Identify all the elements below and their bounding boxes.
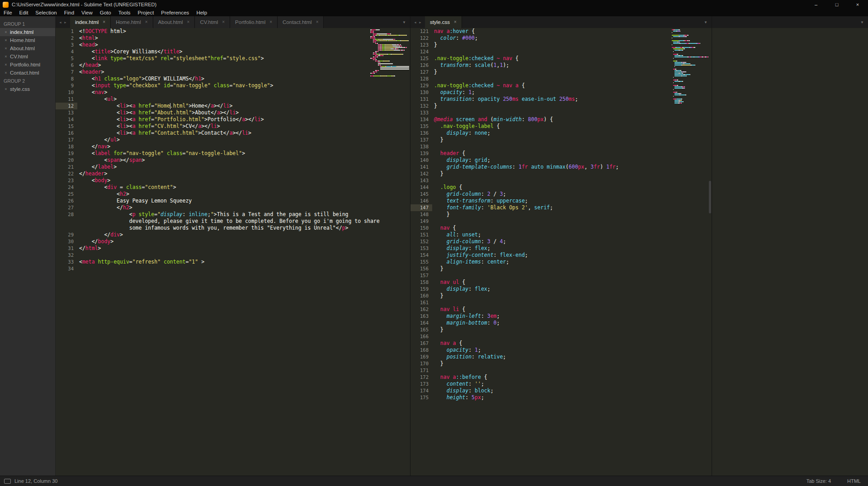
code-line[interactable]: 158 nav ul {: [410, 279, 712, 286]
close-file-icon[interactable]: ×: [4, 46, 8, 51]
menu-item-file[interactable]: File: [0, 9, 16, 16]
tab-close-icon[interactable]: ×: [269, 20, 272, 24]
code-line[interactable]: 155 align-items: center;: [410, 259, 712, 265]
editor-2[interactable]: 121nav a:hover {122 color: #000;123}1241…: [410, 28, 712, 476]
tab-overflow-button[interactable]: ▼: [700, 16, 712, 28]
sidebar-item-index.html[interactable]: ×index.html: [0, 28, 55, 36]
code-line[interactable]: 137 }: [410, 137, 712, 143]
code-line[interactable]: 10 <nav>: [56, 89, 410, 96]
code-line[interactable]: 121nav a:hover {: [410, 28, 712, 35]
menu-item-view[interactable]: View: [78, 9, 96, 16]
menu-item-find[interactable]: Find: [61, 9, 78, 16]
code-line[interactable]: 141 grid-template-columns: 1fr auto minm…: [410, 164, 712, 170]
sidebar-item-Portfolio.html[interactable]: ×Portfolio.html: [0, 61, 55, 69]
code-line[interactable]: 172 nav a::before {: [410, 374, 712, 381]
code-line[interactable]: 122 color: #000;: [410, 35, 712, 42]
tab-prev-button[interactable]: ◄: [414, 21, 417, 24]
code-line[interactable]: 175 height: 5px;: [410, 394, 712, 401]
tab-style.css[interactable]: style.css×: [425, 16, 462, 28]
code-line[interactable]: 12 <li><a href="Home.html">Home</a></li>: [56, 103, 410, 109]
code-line[interactable]: 19 <label for="nav-toggle" class="nav-to…: [56, 150, 410, 157]
code-line[interactable]: 127}: [410, 69, 712, 75]
code-line[interactable]: 131 transition: opacity 250ms ease-in-ou…: [410, 96, 712, 103]
code-line[interactable]: 22</header>: [56, 170, 410, 177]
sidebar-item-style.css[interactable]: ×style.css: [0, 85, 55, 93]
code-line[interactable]: 164 margin-bottom: 0;: [410, 320, 712, 326]
code-line[interactable]: 16 <li><a href="Contact.html">Contact</a…: [56, 130, 410, 137]
code-line[interactable]: 7<header>: [56, 69, 410, 75]
menu-item-edit[interactable]: Edit: [16, 9, 32, 16]
code-line[interactable]: 4 <title>Corey Williams</title>: [56, 48, 410, 55]
code-line[interactable]: some infamous words with you, remember t…: [56, 225, 410, 231]
code-line[interactable]: 21 </label>: [56, 164, 410, 170]
tab-close-icon[interactable]: ×: [222, 20, 225, 24]
code-line[interactable]: 123}: [410, 42, 712, 48]
code-line[interactable]: 174 display: block;: [410, 387, 712, 394]
code-line[interactable]: 124: [410, 48, 712, 55]
code-line[interactable]: 1<!DOCTYPE html>: [56, 28, 410, 35]
code-line[interactable]: 28 <p style="display: inline;">This is a…: [56, 211, 410, 218]
menu-item-selection[interactable]: Selection: [32, 9, 60, 16]
editor-3[interactable]: [712, 28, 868, 476]
tab-next-button[interactable]: ►: [64, 21, 67, 24]
maximize-button[interactable]: □: [826, 0, 847, 9]
code-line[interactable]: 130 opacity: 1;: [410, 89, 712, 96]
code-line[interactable]: 134@media screen and (min-width: 800px) …: [410, 116, 712, 123]
code-line[interactable]: 150 nav {: [410, 225, 712, 231]
minimap-2[interactable]: [672, 29, 711, 476]
menu-item-project[interactable]: Project: [134, 9, 158, 16]
code-line[interactable]: 9 <input type="checkbox" id="nav-toggle"…: [56, 82, 410, 89]
code-line[interactable]: 167 nav a {: [410, 340, 712, 347]
code-line[interactable]: 153 display: flex;: [410, 245, 712, 252]
sidebar-item-Contact.html[interactable]: ×Contact.html: [0, 69, 55, 77]
code-line[interactable]: 133: [410, 109, 712, 116]
tab-Home.html[interactable]: Home.html×: [111, 16, 153, 28]
code-line[interactable]: 138: [410, 143, 712, 150]
code-line[interactable]: 156 }: [410, 265, 712, 272]
code-line[interactable]: 23 <body>: [56, 177, 410, 184]
code-line[interactable]: 13 <li><a href="About.html">About</a></l…: [56, 109, 410, 116]
code-line[interactable]: 166: [410, 333, 712, 340]
code-line[interactable]: 173 content: '';: [410, 381, 712, 387]
code-line[interactable]: 160 }: [410, 293, 712, 299]
code-line[interactable]: 15 <li><a href="CV.html">CV</a></li>: [56, 123, 410, 130]
code-line[interactable]: 149: [410, 218, 712, 225]
tab-About.html[interactable]: About.html×: [153, 16, 195, 28]
code-line[interactable]: 163 margin-left: 3em;: [410, 313, 712, 320]
code-line[interactable]: 128: [410, 75, 712, 82]
close-file-icon[interactable]: ×: [4, 71, 8, 75]
code-line[interactable]: 146 text-transform: uppercase;: [410, 198, 712, 204]
code-line[interactable]: 142 }: [410, 170, 712, 177]
tab-Contact.html[interactable]: Contact.html×: [278, 16, 324, 28]
tab-close-icon[interactable]: ×: [145, 20, 148, 24]
menu-item-help[interactable]: Help: [193, 9, 211, 16]
code-line[interactable]: 2<html>: [56, 35, 410, 42]
tab-index.html[interactable]: index.html×: [70, 16, 111, 28]
code-line[interactable]: developed, please give it time to be com…: [56, 218, 410, 225]
code-line[interactable]: 33<meta http-equiv="refresh" content="1"…: [56, 259, 410, 265]
menu-item-tools[interactable]: Tools: [115, 9, 134, 16]
code-line[interactable]: 168 opacity: 1;: [410, 347, 712, 354]
code-line[interactable]: 152 grid-column: 3 / 4;: [410, 238, 712, 245]
code-line[interactable]: 31</html>: [56, 245, 410, 252]
code-line[interactable]: 161: [410, 299, 712, 306]
code-line[interactable]: 165 }: [410, 326, 712, 333]
sidebar-item-About.html[interactable]: ×About.html: [0, 44, 55, 52]
code-line[interactable]: 147 font-family: 'Black Ops 2', serif;: [410, 204, 712, 211]
code-line[interactable]: 25 <h2>: [56, 191, 410, 198]
tab-CV.html[interactable]: CV.html×: [195, 16, 230, 28]
tab-close-icon[interactable]: ×: [187, 20, 190, 24]
code-line[interactable]: 170 }: [410, 360, 712, 367]
code-line[interactable]: 18 </nav>: [56, 143, 410, 150]
code-line[interactable]: 148 }: [410, 211, 712, 218]
code-line[interactable]: 129.nav-toggle:checked ~ nav a {: [410, 82, 712, 89]
code-line[interactable]: 154 justify-content: flex-end;: [410, 252, 712, 259]
close-file-icon[interactable]: ×: [4, 30, 8, 34]
tab-Portfolio.html[interactable]: Portfolio.html×: [230, 16, 278, 28]
sidebar-item-Home.html[interactable]: ×Home.html: [0, 36, 55, 44]
scrollbar-thumb[interactable]: [709, 181, 711, 213]
tab-overflow-button[interactable]: ▼: [398, 16, 410, 28]
code-line[interactable]: 169 position: relative;: [410, 354, 712, 360]
tab-prev-button[interactable]: ◄: [59, 21, 62, 24]
code-line[interactable]: 3<head>: [56, 42, 410, 48]
